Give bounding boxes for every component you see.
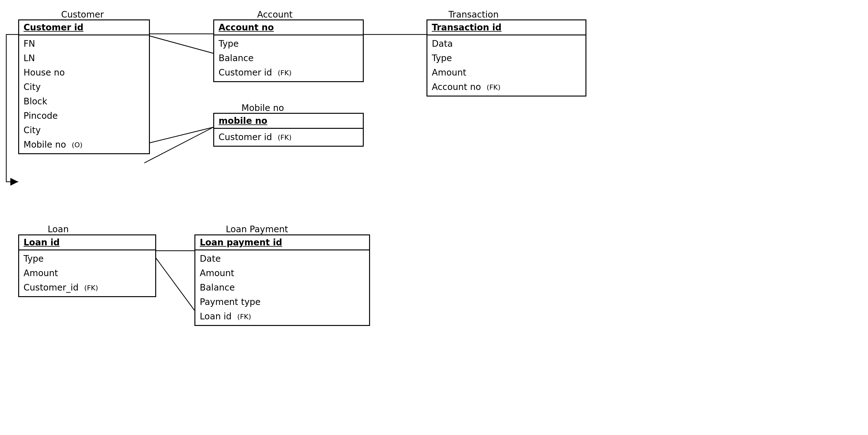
table-row: City	[24, 123, 145, 138]
loan-header: Loan id	[19, 235, 155, 250]
account-entity: Account no Type Balance Customer id (FK)	[213, 20, 364, 82]
mobileno-header: mobile no	[214, 114, 363, 129]
table-row: Mobile no (O)	[24, 138, 145, 152]
loanpayment-entity: Loan payment id Date Amount Balance Paym…	[194, 234, 370, 326]
customer-header: Customer id	[19, 21, 149, 35]
table-row: Balance	[219, 51, 359, 66]
svg-line-10	[151, 251, 194, 310]
transaction-header: Transaction id	[427, 21, 585, 35]
account-no-label: Account no	[219, 22, 274, 33]
mobileno-body: Customer id (FK)	[214, 129, 363, 146]
loanpayment-id-label: Loan payment id	[200, 237, 282, 247]
customer-id-label: Customer id	[24, 22, 84, 33]
table-row: Loan id (FK)	[200, 309, 365, 324]
table-row: Amount	[432, 66, 581, 80]
customer-entity: Customer id FN LN House no City Block Pi…	[18, 20, 150, 154]
customer-body: FN LN House no City Block Pincode City M…	[19, 35, 149, 153]
table-row: Customer_id (FK)	[24, 280, 151, 295]
table-row: FN	[24, 37, 145, 51]
transaction-id-label: Transaction id	[432, 22, 501, 33]
account-header: Account no	[214, 21, 363, 35]
mobileno-entity: mobile no Customer id (FK)	[213, 113, 364, 147]
table-row: Payment type	[200, 295, 365, 309]
table-row: House no	[24, 66, 145, 80]
mobileno-label: mobile no	[219, 115, 268, 126]
loanpayment-label: Loan Payment	[226, 224, 288, 234]
svg-line-6	[144, 127, 213, 144]
account-label: Account	[257, 9, 292, 20]
table-row: Data	[432, 37, 581, 51]
table-row: Type	[219, 37, 359, 51]
loan-body: Type Amount Customer_id (FK)	[19, 250, 155, 296]
customer-label: Customer	[61, 9, 104, 20]
table-row: Type	[24, 252, 151, 266]
table-row: Customer id (FK)	[219, 66, 359, 80]
mobileno-entity-label: Mobile no	[242, 103, 284, 113]
table-row: Amount	[200, 266, 365, 280]
table-row: Amount	[24, 266, 151, 280]
svg-line-7	[144, 127, 213, 163]
table-row: Customer id (FK)	[219, 130, 359, 144]
transaction-entity: Transaction id Data Type Amount Account …	[427, 20, 586, 97]
transaction-label: Transaction	[448, 9, 499, 20]
table-row: Block	[24, 94, 145, 109]
table-row: Account no (FK)	[432, 80, 581, 94]
account-body: Type Balance Customer id (FK)	[214, 35, 363, 81]
loanpayment-body: Date Amount Balance Payment type Loan id…	[195, 250, 369, 325]
table-row: Date	[200, 252, 365, 266]
table-row: Pincode	[24, 109, 145, 123]
table-row: Type	[432, 51, 581, 66]
loan-label: Loan	[48, 224, 69, 234]
loanpayment-header: Loan payment id	[195, 235, 369, 250]
transaction-body: Data Type Amount Account no (FK)	[427, 35, 585, 96]
table-row: City	[24, 80, 145, 94]
table-row: LN	[24, 51, 145, 66]
table-row: Balance	[200, 280, 365, 295]
loan-entity: Loan id Type Amount Customer_id (FK)	[18, 234, 156, 297]
svg-line-3	[144, 34, 213, 53]
loan-id-label: Loan id	[24, 237, 60, 247]
